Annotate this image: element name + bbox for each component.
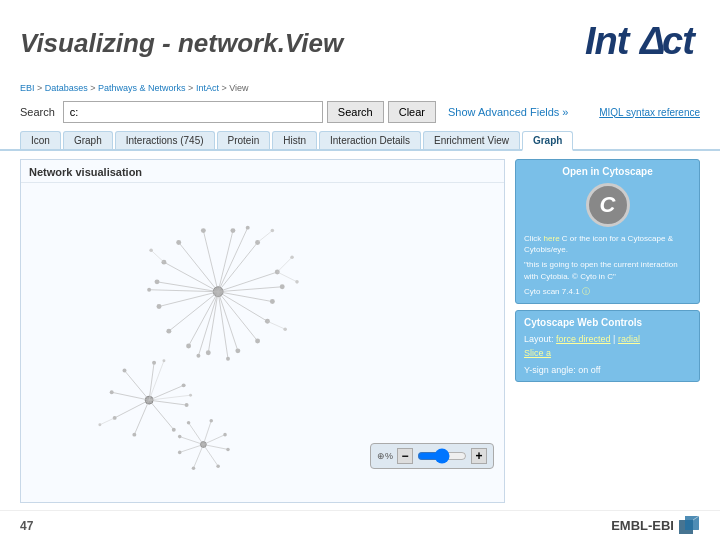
svg-point-85 <box>192 466 196 470</box>
svg-point-56 <box>182 383 186 387</box>
cytoscape-description: Click here C or the icon for a Cytoscape… <box>524 233 691 297</box>
force-directed-link[interactable]: force directed <box>556 334 611 344</box>
breadcrumb-pathways[interactable]: Pathways & Networks <box>98 83 186 93</box>
cytoscape-box: Open in Cytoscape C Click here C or the … <box>515 159 700 304</box>
svg-point-31 <box>230 228 235 233</box>
svg-point-93 <box>209 419 213 423</box>
cytoscape-box-title: Open in Cytoscape <box>524 166 691 177</box>
cytoscape-icon-label: C <box>600 192 616 218</box>
svg-line-84 <box>194 445 204 469</box>
svg-point-91 <box>187 421 191 425</box>
svg-point-60 <box>172 428 176 432</box>
main-content: Network visualisation <box>0 151 720 511</box>
controls-links: Layout: force directed | radial Slice a <box>524 332 691 361</box>
logo-area: Int Δ ct <box>580 12 700 75</box>
slice-link[interactable]: Slice a <box>524 348 551 358</box>
svg-point-39 <box>147 288 151 292</box>
tab-graph[interactable]: Graph <box>522 131 573 151</box>
svg-point-47 <box>295 280 299 284</box>
tab-icon[interactable]: Icon <box>20 131 61 149</box>
svg-point-87 <box>178 451 182 455</box>
breadcrumb-intact[interactable]: IntAct <box>196 83 219 93</box>
svg-point-66 <box>110 390 114 394</box>
svg-line-59 <box>149 400 174 430</box>
svg-line-69 <box>149 363 154 400</box>
svg-point-49 <box>271 229 275 233</box>
page-number: 47 <box>20 519 33 533</box>
zoom-out-button[interactable]: − <box>397 448 413 464</box>
svg-point-70 <box>152 361 156 365</box>
svg-point-53 <box>283 327 287 331</box>
cytoscape-version: Cyto scan 7.4.1 ⓘ <box>524 286 691 297</box>
svg-line-57 <box>149 400 186 405</box>
svg-line-42 <box>198 292 218 356</box>
tab-histn[interactable]: Histn <box>272 131 317 149</box>
svg-point-72 <box>162 359 165 362</box>
svg-point-45 <box>290 255 294 259</box>
embl-ebi-logo: EMBL-EBI <box>611 515 700 537</box>
right-panel: Open in Cytoscape C Click here C or the … <box>515 159 700 503</box>
svg-line-44 <box>277 257 292 272</box>
svg-point-76 <box>98 423 101 426</box>
header: Visualizing - network.View Int Δ ct <box>0 0 720 83</box>
svg-line-4 <box>218 272 277 292</box>
svg-line-36 <box>218 228 248 292</box>
svg-point-74 <box>189 394 192 397</box>
network-panel-title: Network visualisation <box>21 160 504 183</box>
tabs-bar: Icon Graph Interactions (745) Protein Hi… <box>0 127 720 151</box>
svg-point-58 <box>185 403 189 407</box>
cytoscape-here-link[interactable]: here <box>544 234 560 243</box>
svg-line-50 <box>151 250 164 262</box>
svg-point-79 <box>223 433 227 437</box>
cytoscape-desc-line2: "this is going to open the current inter… <box>524 259 691 281</box>
svg-point-19 <box>166 329 171 334</box>
cytoscape-controls-title: Cytoscape Web Controls <box>524 317 691 328</box>
tab-results[interactable]: Graph <box>63 131 113 149</box>
svg-line-46 <box>277 272 297 282</box>
svg-line-80 <box>203 445 228 450</box>
search-bar: Search Search Clear Show Advanced Fields… <box>0 97 720 127</box>
svg-point-23 <box>155 279 160 284</box>
footer: 47 EMBL-EBI <box>0 510 720 540</box>
zoom-in-button[interactable]: + <box>471 448 487 464</box>
radial-link[interactable]: radial <box>618 334 640 344</box>
svg-text:ct: ct <box>662 20 696 62</box>
svg-point-27 <box>176 240 181 245</box>
svg-point-17 <box>186 343 191 348</box>
cytoscape-icon[interactable]: C <box>586 183 630 227</box>
breadcrumb-databases[interactable]: Databases <box>45 83 88 93</box>
search-input[interactable] <box>63 101 323 123</box>
page-title: Visualizing - network.View <box>20 28 343 59</box>
svg-point-43 <box>196 354 200 358</box>
tab-proteins[interactable]: Protein <box>217 131 271 149</box>
network-canvas[interactable]: ⊕% − + <box>21 183 504 499</box>
search-label: Search <box>20 106 55 118</box>
tab-enrichment[interactable]: Enrichment View <box>423 131 520 149</box>
svg-line-34 <box>218 287 282 292</box>
svg-line-52 <box>267 321 285 329</box>
svg-point-15 <box>206 350 211 355</box>
intact-logo: Int Δ ct <box>580 12 700 75</box>
tab-interaction-details[interactable]: Interaction Details <box>319 131 421 149</box>
svg-text:Int: Int <box>585 20 631 62</box>
breadcrumb-ebi[interactable]: EBI <box>20 83 35 93</box>
clear-button[interactable]: Clear <box>388 101 436 123</box>
zoom-slider[interactable] <box>417 448 467 464</box>
cytoscape-desc-line1: Click here C or the icon for a Cytoscape… <box>524 233 691 255</box>
miql-link[interactable]: MIQL syntax reference <box>599 107 700 118</box>
svg-line-61 <box>134 400 149 435</box>
svg-line-48 <box>258 231 273 243</box>
zoom-control: ⊕% − + <box>370 443 494 469</box>
advanced-fields-link[interactable]: Show Advanced Fields » <box>448 106 568 118</box>
svg-point-29 <box>201 228 206 233</box>
svg-rect-95 <box>685 516 699 530</box>
svg-point-33 <box>255 240 260 245</box>
svg-point-89 <box>178 435 182 439</box>
svg-line-96 <box>679 516 685 520</box>
svg-line-82 <box>203 445 218 467</box>
tab-interactions[interactable]: Interactions (745) <box>115 131 215 149</box>
svg-line-92 <box>203 421 211 445</box>
search-button[interactable]: Search <box>327 101 384 123</box>
svg-line-88 <box>180 437 204 445</box>
zoom-percent-icon: ⊕% <box>377 451 393 461</box>
